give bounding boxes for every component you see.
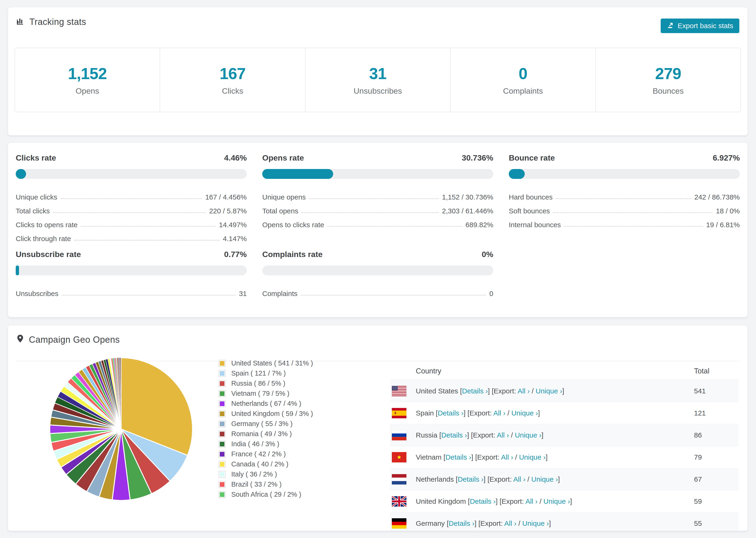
dotted-leader (301, 212, 439, 213)
legend-label: India ( 46 / 3% ) (231, 440, 279, 448)
metric-label: Internal bounces (509, 221, 561, 229)
legend-label: Brazil ( 33 / 2% ) (231, 480, 282, 488)
geo-table-header-row: Country Total (390, 362, 739, 380)
country-cell: Spain [Details ›] [Export: All › / Uniqu… (416, 409, 694, 417)
legend-item-france: France ( 42 / 2% ) (219, 449, 313, 459)
export-unique-link[interactable]: Unique › (531, 475, 558, 483)
rate-progress-fill (262, 169, 333, 179)
legend-swatch (219, 380, 226, 387)
legend-label: Vietnam ( 79 / 5% ) (231, 390, 290, 398)
export-all-link[interactable]: All › (518, 387, 530, 395)
legend-item-russia: Russia ( 86 / 5% ) (219, 378, 313, 389)
rate-title: Bounce rate (509, 153, 555, 162)
total-cell: 541 (694, 387, 739, 395)
country-cell: Vietnam [Details ›] [Export: All › / Uni… (416, 453, 694, 461)
rate-panel-header: Complaints rate 0% (262, 250, 493, 259)
export-unique-link[interactable]: Unique › (544, 497, 570, 505)
details-link[interactable]: Details › (462, 387, 488, 395)
details-link[interactable]: Details › (445, 453, 471, 461)
dotted-leader (81, 226, 216, 227)
stat-card-bounces: 279Bounces (595, 48, 740, 112)
details-link[interactable]: Details › (458, 475, 483, 483)
legend-swatch (219, 461, 226, 468)
export-unique-link[interactable]: Unique › (512, 409, 538, 417)
metric-label: Unique clicks (16, 193, 57, 201)
legend-swatch (219, 370, 226, 377)
rate-metric-row: Hard bounces 242 / 86.738% (509, 187, 740, 201)
rate-title: Unsubscribe rate (16, 250, 81, 259)
rate-progress-bar (16, 169, 247, 179)
country-cell: United Kingdom [Details ›] [Export: All … (416, 497, 694, 506)
stat-label: Unsubscribes (353, 86, 402, 95)
export-basic-stats-button[interactable]: Export basic stats (661, 19, 739, 33)
details-link[interactable]: Details › (470, 497, 496, 505)
rate-panel-header: Unsubscribe rate 0.77% (16, 250, 247, 259)
details-link[interactable]: Details › (438, 409, 463, 417)
legend-item-romania: Romania ( 49 / 3% ) (219, 429, 313, 439)
export-all-link[interactable]: All › (493, 409, 506, 417)
export-all-link[interactable]: All › (513, 475, 525, 483)
rate-metric-row: Unique opens 1,152 / 30.736% (262, 187, 493, 201)
legend-item-south-africa: South Africa ( 29 / 2% ) (219, 489, 313, 500)
geo-table-row-spain: Spain [Details ›] [Export: All › / Uniqu… (390, 402, 739, 424)
rate-metric-row: Click through rate 4.147% (16, 229, 247, 243)
legend-item-united-states: United States ( 541 / 31% ) (219, 358, 313, 368)
details-link[interactable]: Details › (449, 519, 474, 527)
export-unique-link[interactable]: Unique › (519, 453, 546, 461)
metric-label: Click through rate (16, 235, 71, 243)
metric-value: 14.497% (219, 221, 247, 229)
rate-progress-fill (16, 169, 26, 179)
export-all-link[interactable]: All › (497, 431, 509, 439)
rate-panel-header: Clicks rate 4.46% (16, 153, 247, 162)
metric-value: 220 / 5.87% (209, 207, 247, 215)
rate-progress-bar (16, 265, 247, 275)
rate-value: 4.46% (224, 153, 247, 162)
dotted-leader (61, 198, 202, 199)
country-name: Spain (416, 409, 434, 417)
stat-label: Clicks (222, 86, 243, 95)
legend-swatch (219, 441, 226, 448)
export-prefix: Export: (502, 497, 524, 505)
details-link[interactable]: Details › (441, 431, 467, 439)
rate-panel-header: Bounce rate 6.927% (509, 153, 740, 162)
legend-item-spain: Spain ( 121 / 7% ) (219, 368, 313, 378)
us-flag-icon (392, 386, 406, 396)
export-all-link[interactable]: All › (525, 497, 538, 505)
ru-flag-icon (392, 430, 406, 440)
rate-progress-fill (16, 265, 19, 275)
legend-label: Russia ( 86 / 5% ) (231, 380, 285, 387)
rate-metric-row: Unique clicks 167 / 4.456% (16, 187, 247, 201)
legend-item-germany: Germany ( 55 / 3% ) (219, 419, 313, 429)
rate-progress-bar (262, 265, 493, 275)
legend-label: Romania ( 49 / 3% ) (231, 430, 292, 438)
metric-label: Total clicks (16, 207, 50, 215)
geo-table-row-vietnam: Vietnam [Details ›] [Export: All › / Uni… (390, 446, 739, 468)
export-all-link[interactable]: All › (504, 519, 516, 527)
export-prefix: Export: (477, 453, 499, 461)
metric-label: Clicks to opens rate (16, 221, 78, 229)
legend-swatch (219, 390, 226, 397)
rate-panel-clicks-rate: Clicks rate 4.46% Unique clicks 167 / 4.… (16, 153, 247, 243)
tracking-stats-card: Tracking stats Export basic stats 1,152O… (8, 7, 748, 135)
total-cell: 121 (694, 409, 739, 417)
metric-label: Soft bounces (509, 207, 550, 215)
legend-label: Germany ( 55 / 3% ) (231, 420, 293, 428)
stat-card-unsubscribes: 31Unsubscribes (305, 48, 450, 112)
metric-label: Unsubscribes (16, 290, 58, 297)
legend-swatch (219, 420, 226, 427)
geo-table-row-united-kingdom: United Kingdom [Details ›] [Export: All … (390, 490, 739, 512)
tracking-stats-title: Tracking stats (16, 17, 86, 27)
export-all-link[interactable]: All › (501, 453, 513, 461)
geo-opens-pie-chart[interactable] (46, 354, 196, 504)
geo-title-text: Campaign Geo Opens (29, 335, 120, 345)
total-cell: 59 (694, 497, 739, 506)
export-unique-link[interactable]: Unique › (536, 387, 562, 395)
metric-label: Opens to clicks rate (262, 221, 324, 229)
dotted-leader (309, 198, 439, 199)
dotted-leader (53, 212, 206, 213)
legend-swatch (219, 410, 226, 417)
rate-panel-unsubscribe-rate: Unsubscribe rate 0.77% Unsubscribes 31 (16, 250, 247, 297)
export-unique-link[interactable]: Unique › (522, 519, 549, 527)
export-unique-link[interactable]: Unique › (515, 431, 541, 439)
legend-label: Netherlands ( 67 / 4% ) (231, 400, 301, 407)
